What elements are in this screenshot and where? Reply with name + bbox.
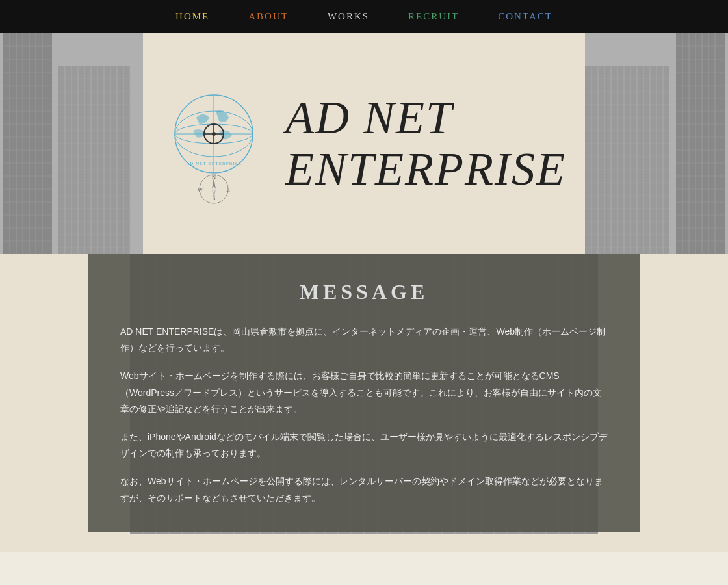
nav-item-about[interactable]: ABOUT xyxy=(248,11,289,22)
navigation: HOME ABOUT WORKS RECRUIT CONTACT xyxy=(0,0,728,33)
message-paragraph-2: Webサイト・ホームページを制作する際には、お客様ご自身で比較的簡単に更新するこ… xyxy=(120,368,608,417)
hero-section: N S W E AD NET ENTERPRISE AD NET ENTERPR… xyxy=(0,33,728,254)
message-wrapper: MESSAGE AD NET ENTERPRISEは、岡山県倉敷市を拠点に、イン… xyxy=(0,254,728,552)
nav-item-contact[interactable]: CONTACT xyxy=(498,11,552,22)
message-body: AD NET ENTERPRISEは、岡山県倉敷市を拠点に、インターネットメディ… xyxy=(120,324,608,506)
message-paragraph-4: なお、Webサイト・ホームページを公開する際には、レンタルサーバーの契約やドメイ… xyxy=(120,473,608,506)
nav-item-works[interactable]: WORKS xyxy=(328,11,369,22)
about-section: ABOUT xyxy=(0,552,728,585)
svg-text:W: W xyxy=(197,187,203,193)
svg-point-109 xyxy=(212,132,216,136)
nav-item-recruit[interactable]: RECRUIT xyxy=(408,11,459,22)
hero-title-line2: ENTERPRISE xyxy=(285,144,566,195)
nav-item-home[interactable]: HOME xyxy=(176,11,209,22)
hero-title: AD NET ENTERPRISE xyxy=(285,92,566,195)
message-paragraph-3: また、iPhoneやAndroidなどのモバイル端末で閲覧した場合に、ユーザー様… xyxy=(120,429,608,462)
company-logo: N S W E AD NET ENTERPRISE xyxy=(162,79,266,209)
svg-text:AD NET ENTERPRISE: AD NET ENTERPRISE xyxy=(186,161,242,166)
svg-text:E: E xyxy=(226,187,230,193)
message-section-title: MESSAGE xyxy=(120,280,608,304)
message-paragraph-1: AD NET ENTERPRISEは、岡山県倉敷市を拠点に、インターネットメディ… xyxy=(120,324,608,356)
hero-title-line1: AD NET xyxy=(285,92,566,144)
message-card: MESSAGE AD NET ENTERPRISEは、岡山県倉敷市を拠点に、イン… xyxy=(88,254,640,532)
hero-content: N S W E AD NET ENTERPRISE AD NET ENTERPR… xyxy=(162,79,566,209)
